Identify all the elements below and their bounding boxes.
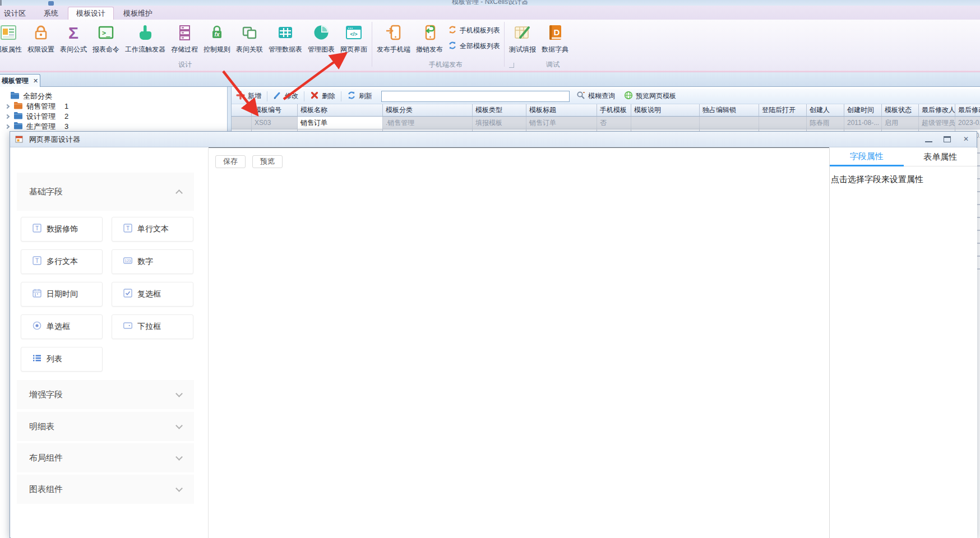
ribbon-button-表间关联[interactable]: 表间关联	[233, 23, 266, 60]
column-header-模板状态[interactable]: 模板状态	[882, 104, 919, 116]
properties-tab-字段属性[interactable]: 字段属性	[830, 148, 904, 166]
ribbon-tab-4[interactable]: 模板维护	[115, 7, 161, 20]
tree-item-销售管理[interactable]: 销售管理1	[6, 101, 68, 111]
maximize-button[interactable]	[944, 136, 951, 142]
ribbon-button-报表命令[interactable]: >_报表命令	[90, 23, 122, 60]
grid-row-1[interactable]: XS03销售订单.销售管理填报模板销售订单否陈春雨2011-08-...启用超级…	[232, 117, 980, 129]
column-header-模板类型[interactable]: 模板类型	[473, 104, 526, 116]
palette-section-图表组件[interactable]: 图表组件	[17, 475, 194, 504]
ribbon-button-测试填报[interactable]: 测试填报	[506, 23, 539, 60]
tab-template-manage[interactable]: 模板管理 ✕	[0, 74, 40, 87]
expander-icon[interactable]	[5, 104, 10, 108]
ribbon-tab-1[interactable]: 设计区	[0, 7, 34, 20]
cell[interactable]: 销售订单	[526, 117, 597, 129]
toolbar-button-新增[interactable]: 新增	[232, 91, 266, 101]
preview-button[interactable]: 预览	[252, 155, 283, 168]
cell[interactable]	[631, 117, 700, 129]
cell[interactable]	[759, 117, 807, 129]
palette-item-多行文本[interactable]: T多行文本	[21, 249, 103, 274]
cell[interactable]: .销售管理	[383, 117, 473, 129]
text-field-icon: T	[33, 256, 41, 267]
cell[interactable]: 超级管理员	[919, 117, 955, 129]
document-tab-strip: 模板管理 ✕	[0, 72, 980, 87]
tree-item-全部分类[interactable]: 全部分类	[10, 91, 52, 101]
palette-item-列表[interactable]: 列表	[21, 347, 103, 372]
ribbon-button-工作流触发器[interactable]: 工作流触发器	[122, 23, 168, 60]
close-button[interactable]: ✕	[962, 136, 970, 142]
ribbon-button-管理图表[interactable]: 管理图表	[305, 23, 338, 60]
tree-item-生产管理[interactable]: 生产管理3	[6, 122, 68, 131]
ribbon-button-手机模板列表[interactable]: 手机模板列表	[448, 25, 500, 36]
expander-icon[interactable]	[5, 114, 10, 118]
column-header-模板标题[interactable]: 模板标题	[526, 104, 597, 116]
ribbon-button-权限设置[interactable]: 权限设置	[25, 23, 57, 60]
svg-text:T: T	[35, 258, 39, 264]
cell[interactable]: 2011-08-...	[844, 117, 882, 129]
cell[interactable]: 启用	[882, 117, 919, 129]
column-header-模板名称[interactable]: 模板名称	[298, 104, 383, 116]
tree-item-设计管理[interactable]: 设计管理2	[6, 112, 68, 121]
palette-item-日期时间[interactable]: 日期时间	[21, 282, 103, 307]
design-canvas[interactable]: 保存 预览	[208, 148, 829, 538]
table-pencil-icon	[513, 23, 532, 42]
cell[interactable]: 否	[597, 117, 631, 129]
palette-item-单行文本[interactable]: T单行文本	[112, 217, 193, 242]
palette-item-复选框[interactable]: 复选框	[112, 282, 193, 307]
ribbon-button-撤销发布[interactable]: 撤销发布	[413, 23, 446, 60]
chevron-up-icon	[175, 189, 183, 197]
minimize-button[interactable]	[925, 137, 932, 142]
expander-icon[interactable]	[5, 124, 10, 128]
palette-item-下拉框[interactable]: 下拉框	[112, 314, 193, 339]
toolbar-button-刷新[interactable]: 刷新	[343, 91, 377, 101]
column-header-创建人[interactable]: 创建人	[807, 104, 844, 116]
palette-section-明细表[interactable]: 明细表	[17, 412, 194, 441]
ribbon-button-模板属性[interactable]: 模板属性	[0, 23, 25, 60]
palette-item-数据修饰[interactable]: T数据修饰	[21, 217, 103, 242]
column-header-模板编号[interactable]: 模板编号	[252, 104, 298, 116]
palette-item-数字[interactable]: 123数字	[112, 249, 193, 274]
palette-section-布局组件[interactable]: 布局组件	[17, 443, 194, 472]
ribbon-button-控制规则[interactable]: fx控制规则	[201, 23, 233, 60]
palette-item-单选框[interactable]: 单选框	[21, 314, 103, 339]
ribbon-button-全部模板列表[interactable]: 全部模板列表	[448, 41, 500, 52]
cell[interactable]: 销售订单	[298, 117, 383, 129]
toolbar-action-预览网页模板[interactable]: 预览网页模板	[620, 91, 681, 101]
column-header-最后修改时间[interactable]: 最后修改时间	[955, 104, 980, 116]
column-header-登陆后打开[interactable]: 登陆后打开	[759, 104, 807, 116]
palette-section-增强字段[interactable]: 增强字段	[17, 380, 194, 409]
toolbar-button-删除[interactable]: 删除	[306, 91, 340, 101]
palette-section-基础字段[interactable]: 基础字段	[17, 173, 194, 211]
column-header-模板分类[interactable]: 模板分类	[383, 104, 473, 116]
properties-tab-表单属性[interactable]: 表单属性	[904, 148, 978, 166]
cell[interactable]: 陈春雨	[807, 117, 844, 129]
book-d-icon: D	[546, 23, 565, 42]
column-header-手机模板[interactable]: 手机模板	[597, 104, 631, 116]
ribbon-button-表间公式[interactable]: Σ表间公式	[57, 23, 90, 60]
toolbar-action-模糊查询[interactable]: 模糊查询	[572, 91, 620, 101]
group-dialog-launcher-icon[interactable]	[509, 63, 514, 68]
row-selector[interactable]	[232, 117, 252, 129]
toolbar-button-修改[interactable]: 修改	[269, 91, 303, 101]
ribbon-tab-2[interactable]: 系统	[35, 7, 67, 20]
cell[interactable]: XS03	[252, 117, 298, 129]
ribbon-tab-3[interactable]: 模板设计	[68, 7, 114, 20]
ribbon-button-网页界面[interactable]: </>网页界面	[338, 23, 370, 60]
column-header-模板说明[interactable]: 模板说明	[631, 104, 700, 116]
window-title: 模板管理 - NxCells设计器	[0, 0, 980, 6]
column-header-创建时间[interactable]: 创建时间	[844, 104, 882, 116]
ribbon-button-发布手机端[interactable]: 发布手机端	[374, 23, 413, 60]
cell[interactable]	[700, 117, 759, 129]
ribbon-button-管理数据表[interactable]: 管理数据表	[266, 23, 305, 60]
search-input[interactable]	[381, 91, 570, 102]
save-button[interactable]: 保存	[215, 155, 246, 168]
column-header-独占编辑锁[interactable]: 独占编辑锁	[700, 104, 759, 116]
column-header-最后修改人[interactable]: 最后修改人	[919, 104, 955, 116]
chevron-down-icon	[175, 422, 183, 429]
ribbon-button-数据字典[interactable]: D数据字典	[539, 23, 571, 60]
list-icon	[33, 354, 41, 365]
cell[interactable]: 填报模板	[473, 117, 526, 129]
cell[interactable]: 2023-0...	[955, 117, 980, 129]
ribbon-button-存储过程[interactable]: 存储过程	[168, 23, 201, 60]
properties-hint: 点击选择字段来设置属性	[831, 174, 923, 185]
tab-close-icon[interactable]: ✕	[33, 77, 38, 85]
